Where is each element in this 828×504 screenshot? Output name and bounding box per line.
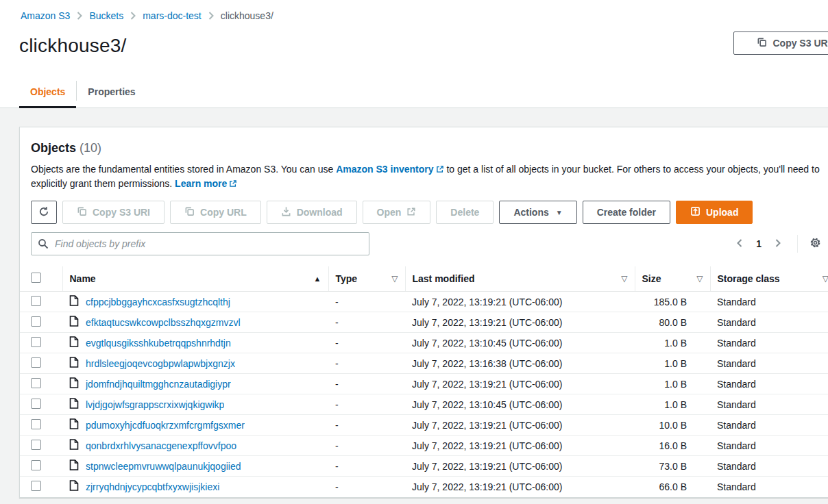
actions-label: Actions — [513, 207, 548, 218]
copy-url-label: Copy URL — [200, 207, 247, 218]
sort-ascending-icon: ▲ — [314, 275, 321, 283]
inventory-link-label: Amazon S3 inventory — [336, 164, 433, 175]
object-last-modified: July 7, 2022, 13:19:21 (UTC-06:00) — [405, 436, 635, 456]
object-name-link[interactable]: qonbrdxrhlvysanacgenexpffovvfpoo — [86, 440, 236, 451]
object-type: - — [328, 456, 405, 477]
type-column-label: Type — [336, 273, 358, 284]
object-name-link[interactable]: efktaqtucswkcowpclbsszhqxgzmvzvl — [86, 317, 241, 328]
column-header-last-modified[interactable]: Last modified▽ — [405, 266, 635, 292]
breadcrumb-buckets[interactable]: Buckets — [89, 10, 123, 21]
object-name-link[interactable]: jdomfndjhquiltmgghcnzautadigiypr — [86, 379, 231, 390]
table-row: hrdlsleegjoqevcogbpwlapwbjxgnzjx - July … — [20, 353, 828, 374]
column-header-size[interactable]: Size▽ — [635, 266, 710, 292]
sort-icon: ▽ — [621, 274, 627, 284]
copy-s3-uri-header-label: Copy S3 URI — [772, 38, 828, 49]
column-header-name[interactable]: Name▲ — [62, 266, 328, 292]
objects-heading-text: Objects — [31, 141, 76, 155]
current-page-number[interactable]: 1 — [752, 238, 766, 249]
object-storage-class: Standard — [710, 292, 828, 312]
upload-button[interactable]: Upload — [676, 201, 753, 224]
object-last-modified: July 7, 2022, 13:19:21 (UTC-06:00) — [405, 374, 635, 394]
refresh-button[interactable] — [31, 201, 57, 224]
table-row: evgtlqusgiksshkubetrqqpshnrhdtjn - July … — [20, 333, 828, 353]
object-type: - — [328, 353, 405, 374]
object-type: - — [328, 415, 405, 436]
copy-s3-uri-button[interactable]: Copy S3 URI — [62, 201, 165, 224]
object-storage-class: Standard — [710, 333, 828, 353]
copy-s3-uri-label: Copy S3 URI — [93, 207, 150, 218]
row-checkbox[interactable] — [31, 440, 41, 450]
objects-toolbar: Copy S3 URI Copy URL Download Open Delet… — [20, 201, 828, 224]
chevron-right-icon — [77, 12, 82, 20]
external-link-icon — [229, 177, 237, 191]
download-button[interactable]: Download — [267, 201, 357, 224]
objects-description: Objects are the fundamental entities sto… — [31, 162, 823, 191]
object-name-link[interactable]: cfppcjbbggayhcxcasfxsugtzhcqlthj — [86, 297, 230, 307]
tab-properties[interactable]: Properties — [77, 77, 146, 108]
column-header-type[interactable]: Type▽ — [328, 266, 405, 292]
refresh-icon — [38, 206, 49, 219]
table-row: jdomfndjhquiltmgghcnzautadigiypr - July … — [20, 374, 828, 394]
object-last-modified: July 7, 2022, 13:19:21 (UTC-06:00) — [405, 415, 635, 436]
object-name-link[interactable]: pdumoxyhjcdfuoqkrzxmfcrgmfgsxmer — [86, 420, 245, 431]
file-icon — [69, 295, 79, 308]
row-checkbox[interactable] — [31, 316, 41, 327]
file-icon — [69, 398, 79, 411]
table-row: cfppcjbbggayhcxcasfxsugtzhcqlthj - July … — [20, 292, 828, 312]
column-header-storage-class[interactable]: Storage class▽ — [710, 266, 828, 292]
actions-dropdown-button[interactable]: Actions ▼ — [499, 201, 576, 224]
objects-panel-header: Objects (10) Objects are the fundamental… — [20, 127, 828, 201]
object-storage-class: Standard — [710, 394, 828, 415]
row-checkbox[interactable] — [31, 460, 41, 470]
table-row: stpnwcleepmvruwwqlpaunukjqogiied - July … — [20, 456, 828, 477]
object-name-link[interactable]: lvjdjgojwfsgrappscrxixwjqkigwikp — [86, 399, 224, 410]
table-row: lvjdjgojwfsgrappscrxixwjqkigwikp - July … — [20, 394, 828, 415]
file-icon — [69, 357, 79, 370]
object-name-link[interactable]: hrdlsleegjoqevcogbpwlapwbjxgnzjx — [86, 358, 235, 369]
breadcrumb-amazon-s3[interactable]: Amazon S3 — [21, 10, 70, 21]
object-last-modified: July 7, 2022, 13:10:45 (UTC-06:00) — [405, 394, 635, 415]
delete-button[interactable]: Delete — [436, 201, 494, 224]
file-icon — [69, 336, 79, 349]
object-name-link[interactable]: evgtlqusgiksshkubetrqqpshnrhdtjn — [86, 338, 231, 349]
row-checkbox[interactable] — [31, 419, 41, 429]
chevron-right-icon — [208, 12, 214, 20]
object-last-modified: July 7, 2022, 13:19:21 (UTC-06:00) — [405, 312, 635, 333]
object-type: - — [328, 292, 405, 312]
external-link-icon — [436, 163, 444, 177]
preferences-gear-button[interactable] — [807, 235, 823, 253]
search-input[interactable] — [31, 232, 369, 255]
download-icon — [281, 206, 291, 218]
learn-more-link[interactable]: Learn more — [175, 178, 237, 189]
object-size: 10.0 B — [635, 415, 710, 436]
sort-icon: ▽ — [823, 274, 828, 284]
row-checkbox[interactable] — [31, 399, 41, 409]
objects-panel: Objects (10) Objects are the fundamental… — [19, 127, 828, 498]
row-checkbox[interactable] — [31, 481, 41, 491]
create-folder-button[interactable]: Create folder — [583, 201, 670, 224]
open-button[interactable]: Open — [363, 201, 431, 224]
row-checkbox[interactable] — [31, 378, 41, 388]
previous-page-button[interactable] — [730, 236, 749, 253]
row-checkbox[interactable] — [31, 296, 41, 306]
object-last-modified: July 7, 2022, 13:10:45 (UTC-06:00) — [405, 333, 635, 353]
object-storage-class: Standard — [710, 353, 828, 374]
copy-s3-uri-header-button[interactable]: Copy S3 URI — [733, 32, 828, 55]
object-name-link[interactable]: zjrryqhdnjycypcqbtfxyxwjisjkiexi — [86, 481, 219, 492]
storage-class-column-label: Storage class — [718, 273, 780, 284]
object-type: - — [328, 333, 405, 353]
file-icon — [69, 480, 79, 493]
tab-bar: Objects Properties — [0, 77, 828, 108]
tab-objects[interactable]: Objects — [19, 77, 76, 108]
breadcrumb-bucket-name[interactable]: mars-doc-test — [143, 10, 202, 21]
next-page-button[interactable] — [768, 236, 788, 253]
object-name-link[interactable]: stpnwcleepmvruwwqlpaunukjqogiied — [86, 461, 241, 472]
row-checkbox[interactable] — [31, 357, 41, 368]
pagination: 1 — [730, 235, 823, 253]
amazon-s3-inventory-link[interactable]: Amazon S3 inventory — [336, 164, 443, 175]
object-storage-class: Standard — [710, 374, 828, 394]
select-all-checkbox[interactable] — [31, 273, 41, 283]
row-checkbox[interactable] — [31, 337, 41, 347]
open-label: Open — [377, 207, 402, 218]
copy-url-button[interactable]: Copy URL — [170, 201, 261, 224]
